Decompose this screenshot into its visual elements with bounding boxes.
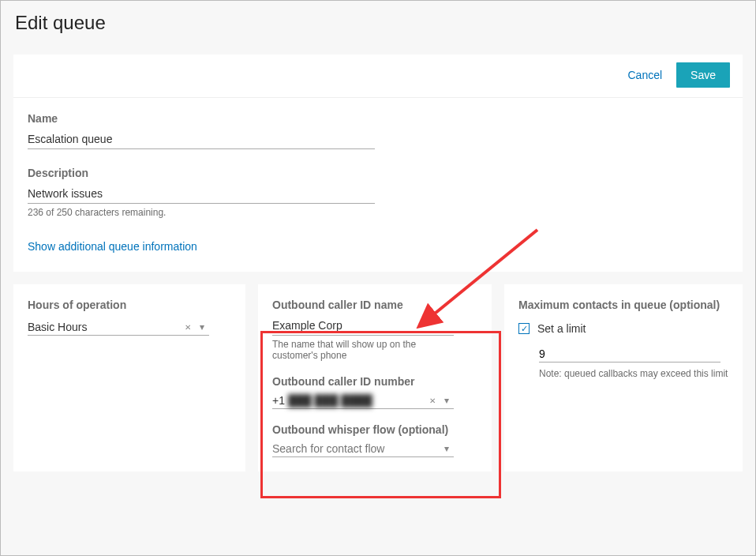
actions-bar: Cancel Save [13,54,743,98]
max-contacts-label: Maximum contacts in queue (optional) [518,299,728,311]
description-field-label: Description [28,167,728,179]
clear-icon[interactable] [425,395,440,406]
name-field-label: Name [28,112,728,125]
chevron-down-icon[interactable] [195,321,209,332]
hours-of-operation-select[interactable]: Basic Hours [28,319,209,336]
chevron-down-icon[interactable] [440,443,454,454]
set-limit-label: Set a limit [537,322,586,335]
hours-of-operation-label: Hours of operation [28,299,231,311]
outbound-caller-id-number-select[interactable]: +1 ███ ███ ████ [272,393,454,409]
caller-id-prefix: +1 [272,394,285,407]
basic-info-panel: Name Description 236 of 250 characters r… [13,98,743,272]
chevron-down-icon[interactable] [440,395,454,406]
max-contacts-card: Maximum contacts in queue (optional) ✓ S… [504,284,743,471]
show-additional-info-link[interactable]: Show additional queue information [28,240,197,253]
set-limit-checkbox[interactable]: ✓ [518,323,530,334]
name-input[interactable] [28,130,375,149]
limit-note: Note: queued callbacks may exceed this l… [539,367,728,381]
outbound-caller-id-number-label: Outbound caller ID number [272,375,477,388]
description-input[interactable] [28,184,375,204]
description-char-counter: 236 of 250 characters remaining. [28,207,728,218]
save-button[interactable]: Save [676,62,730,88]
cancel-button[interactable]: Cancel [627,69,662,81]
hours-of-operation-value: Basic Hours [28,321,181,333]
outbound-caller-id-name-input[interactable] [272,316,454,336]
outbound-whisper-flow-input[interactable] [272,442,440,455]
outbound-caller-id-name-label: Outbound caller ID name [272,299,477,311]
clear-icon[interactable] [181,321,195,332]
limit-value-input[interactable] [539,346,720,363]
outbound-whisper-flow-label: Outbound whisper flow (optional) [272,423,477,436]
outbound-caller-id-name-help: The name that will show up on the custom… [272,339,462,361]
page-title: Edit queue [15,12,741,34]
caller-id-number-value: ███ ███ ████ [288,394,425,407]
outbound-settings-card: Outbound caller ID name The name that wi… [258,284,492,471]
outbound-whisper-flow-select[interactable] [272,441,454,457]
hours-of-operation-card: Hours of operation Basic Hours [13,284,245,471]
